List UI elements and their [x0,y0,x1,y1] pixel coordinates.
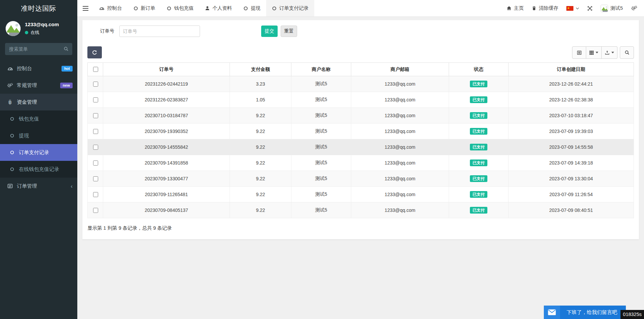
table-row[interactable]: 20231226-02383827 1.05 测试5 1233@qq.com 已… [88,92,634,108]
table-row[interactable]: 20230709-11265481 9.22 测试5 1233@qq.com 已… [88,187,634,202]
broken-image-icon [6,21,21,36]
row-checkbox[interactable] [93,129,98,134]
cell-status: 已支付 [449,171,509,187]
cell-amount: 9.22 [230,108,291,124]
row-checkbox[interactable] [93,82,98,87]
orders-table-body: 20231226-02442119 3.23 测试5 1233@qq.com 已… [88,76,634,218]
sidebar-item-online-wallet-recharge-records[interactable]: 在线钱包充值记录 [0,161,77,178]
circle-icon [272,6,277,11]
table-row[interactable]: 20230709-13300477 9.22 测试5 1233@qq.com 已… [88,171,634,187]
circle-icon [243,6,248,11]
sidebar-item-wallet-recharge[interactable]: 钱包充值 [0,110,77,127]
select-all-checkbox[interactable] [93,67,98,72]
home-label: 主页 [514,5,524,11]
col-order-no: 订单号 [103,63,230,76]
table-row[interactable]: 20231226-02442119 3.23 测试5 1233@qq.com 已… [88,76,634,92]
row-checkbox-cell [88,76,103,92]
row-checkbox[interactable] [93,176,98,181]
home-icon [507,6,512,11]
col-status: 状态 [449,63,509,76]
tab-profile[interactable]: 个人资料 [199,0,238,16]
table-row[interactable]: 20230709-14555842 9.22 测试5 1233@qq.com 已… [88,139,634,155]
row-checkbox[interactable] [93,97,98,102]
sidebar-item-order-management[interactable]: 订单管理 ‹ [0,178,77,194]
clear-cache-button[interactable]: 清除缓存 [528,0,562,16]
table-row[interactable]: 20230709-14391858 9.22 测试5 1233@qq.com 已… [88,155,634,171]
cell-order-no: 20230709-11265481 [103,187,230,202]
sidebar-item-label: 订单管理 [17,183,37,189]
toggle-view-button[interactable] [572,46,586,59]
chat-widget[interactable]: 下班了，给我们留言吧 [544,306,626,319]
username-label: 测试5 [610,5,623,11]
export-dropdown-button[interactable] [602,46,617,59]
brand-title: 准时达国际 [0,0,77,17]
table-toolbar [87,46,634,59]
cell-order-no: 20230709-14555842 [103,139,230,155]
cell-amount: 9.22 [230,171,291,187]
table-row[interactable]: 20230710-03184787 9.22 测试5 1233@qq.com 已… [88,108,634,124]
sidebar-item-dashboard[interactable]: 控制台 hot [0,60,77,77]
cell-amount: 9.22 [230,155,291,171]
circle-icon [8,150,16,155]
cell-order-no: 20230710-03184787 [103,108,230,124]
language-selector[interactable]: ★ [562,0,583,16]
fullscreen-button[interactable] [583,0,597,16]
cell-merchant: 测试5 [291,76,351,92]
cell-status: 已支付 [449,76,509,92]
user-menu[interactable]: 测试5 [597,0,627,16]
tab-label: 控制台 [107,5,122,11]
tab-label: 新订单 [141,5,156,11]
sidebar-item-withdraw[interactable]: 提现 [0,127,77,144]
cell-status: 已支付 [449,155,509,171]
user-email: 1233@qq.com [25,21,59,27]
orders-card: 订单号 提交 重置 [82,20,639,239]
table-row[interactable]: 20230709-08405137 9.22 测试5 1233@qq.com 已… [88,202,634,218]
funds-submenu: 钱包充值 提现 订单支付记录 在线钱包充值记录 [0,110,77,178]
tab-label: 提现 [251,5,260,11]
order-no-input[interactable] [119,26,200,37]
tab-withdraw[interactable]: 提现 [238,0,266,16]
row-checkbox[interactable] [93,145,98,150]
filter-form: 订单号 提交 重置 [87,26,634,37]
row-checkbox-cell [88,139,103,155]
home-link[interactable]: 主页 [502,0,528,16]
table-search-button[interactable] [620,46,634,59]
tab-new-order[interactable]: 新订单 [128,0,161,16]
table-row[interactable]: 20230709-19390352 9.22 测试5 1233@qq.com 已… [88,124,634,139]
table-header-row: 订单号 支付金额 商户名称 商户邮箱 状态 订单创建日期 [88,63,634,76]
hot-badge: hot [62,66,73,72]
row-checkbox[interactable] [93,192,98,197]
row-checkbox[interactable] [93,113,98,118]
sidebar-item-funds-management[interactable]: B 资金管理 [0,94,77,110]
cell-created: 2023-07-10 03:18:47 [509,108,634,124]
submit-button[interactable]: 提交 [261,26,278,37]
cell-amount: 9.22 [230,139,291,155]
hamburger-menu-icon[interactable] [77,0,93,16]
status-badge: 已支付 [470,175,487,182]
col-amount: 支付金额 [230,63,291,76]
row-checkbox-cell [88,108,103,124]
tab-dashboard[interactable]: 控制台 [93,0,128,16]
col-email: 商户邮箱 [351,63,449,76]
sidebar-item-general-management[interactable]: 常规管理 new [0,77,77,94]
cell-order-no: 20230709-08405137 [103,202,230,218]
tab-wallet-recharge[interactable]: 钱包充值 [161,0,199,16]
cell-amount: 9.22 [230,202,291,218]
sidebar-search [5,43,72,55]
sidebar-item-order-payment-records[interactable]: 订单支付记录 [0,144,77,161]
bitcoin-icon: B [6,99,14,105]
columns-dropdown-button[interactable] [586,46,602,59]
tab-order-payment-records[interactable]: 订单支付记录 [266,0,314,16]
sidebar-item-label: 钱包充值 [19,116,39,122]
row-checkbox[interactable] [93,208,98,213]
menu-search-input[interactable] [5,43,72,55]
tachometer-icon [6,66,14,72]
row-checkbox[interactable] [93,161,98,166]
settings-button[interactable] [627,0,641,16]
cell-email: 1233@qq.com [351,139,449,155]
china-flag-icon: ★ [566,6,573,11]
refresh-button[interactable] [87,46,102,58]
cell-email: 1233@qq.com [351,92,449,108]
reset-button[interactable]: 重置 [281,26,297,37]
cell-amount: 1.05 [230,92,291,108]
